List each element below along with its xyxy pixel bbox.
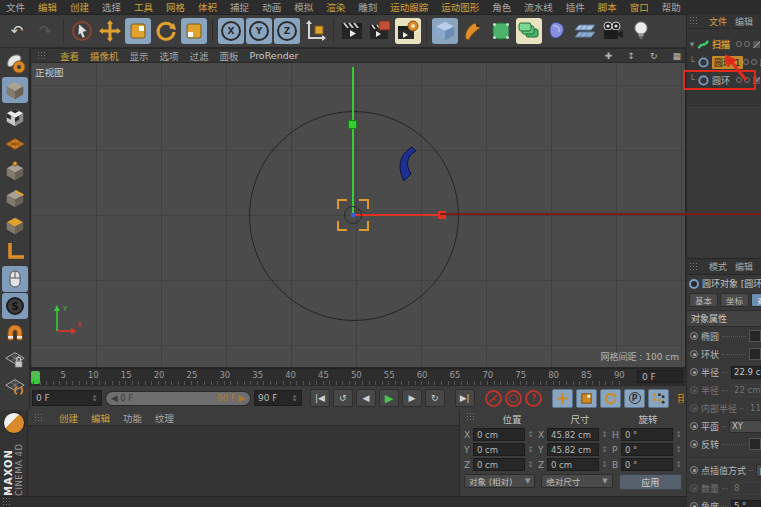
menu-sculpt[interactable]: 雕刻 [358, 0, 377, 14]
animation-dot-icon[interactable] [690, 350, 698, 358]
menu-help[interactable]: 帮助 [662, 0, 681, 14]
previous-key-button[interactable]: ↺ [333, 389, 353, 407]
panel-drag-handle[interactable] [466, 412, 474, 422]
tab-basic[interactable]: 基本 [689, 293, 718, 307]
animation-dot-icon[interactable] [690, 368, 698, 376]
menu-edit[interactable]: 编辑 [38, 0, 57, 14]
timeline-ruler[interactable]: 0 5 10 15 20 25 30 35 40 45 50 55 60 65 … [30, 368, 686, 385]
expand-icon[interactable]: ▾ [687, 39, 697, 49]
autokey-button[interactable] [505, 390, 522, 407]
panel-drag-handle[interactable] [2, 497, 10, 507]
spline-pen-button[interactable] [460, 18, 486, 44]
filmstrip-icon[interactable] [678, 389, 684, 408]
enable-axis-button[interactable] [2, 239, 28, 265]
menu-plugins[interactable]: 插件 [566, 0, 585, 14]
light-button[interactable] [628, 18, 654, 44]
position-y-field[interactable]: 0 cm [473, 443, 525, 456]
spinner-icon[interactable]: ↕ [527, 430, 534, 439]
record-active-object-button[interactable] [485, 390, 502, 407]
animation-dot-icon[interactable] [690, 332, 698, 340]
record-pla-toggle[interactable] [648, 389, 669, 408]
goto-start-button[interactable]: |◀ [310, 389, 330, 407]
panel-drag-handle[interactable] [689, 262, 697, 272]
mat-menu-texture[interactable]: 纹理 [155, 411, 174, 425]
menu-render[interactable]: 渲染 [326, 0, 345, 14]
radius-field[interactable]: 22.9 cm [731, 366, 761, 379]
size-y-field[interactable]: 45.82 cm [547, 443, 599, 456]
interpolation-dropdown[interactable]: 自动 [756, 464, 761, 477]
object-properties-header[interactable]: 对象属性 [687, 310, 761, 327]
lock-y-axis-button[interactable]: Y [246, 18, 272, 44]
tab-object[interactable]: 对象 [751, 293, 761, 307]
am-menu-mode[interactable]: 模式 [709, 260, 727, 273]
apply-button[interactable]: 应用 [619, 474, 682, 490]
vp-menu-view[interactable]: 查看 [60, 49, 79, 63]
editor-visibility-dot[interactable] [736, 41, 742, 47]
edges-mode-button[interactable] [2, 185, 28, 211]
ring-checkbox[interactable] [749, 348, 761, 360]
plane-dropdown[interactable]: XY [729, 420, 761, 433]
mat-menu-edit[interactable]: 编辑 [91, 411, 110, 425]
menu-pipeline[interactable]: 流水线 [524, 0, 553, 14]
mat-menu-function[interactable]: 功能 [123, 411, 142, 425]
next-frame-button[interactable]: ▶ [402, 389, 422, 407]
record-parameter-toggle[interactable]: P [624, 389, 645, 408]
spinner-icon[interactable]: ↕ [601, 445, 608, 454]
live-selection-tool[interactable] [69, 18, 95, 44]
viewport-canvas[interactable]: 正视图 Y X 网格间距 : 100 cm [31, 63, 685, 367]
pan-view-icon[interactable]: ✚ [605, 51, 613, 61]
render-visibility-dot[interactable] [744, 41, 750, 47]
coordinate-mode-dropdown[interactable]: 对象 (相对)▼ [464, 474, 535, 488]
reverse-checkbox[interactable] [749, 438, 761, 450]
vp-menu-display[interactable]: 显示 [130, 49, 149, 63]
frame-range-fill[interactable]: ◀ 0 F 90 F ▶ [106, 392, 250, 405]
record-scale-toggle[interactable] [576, 389, 597, 408]
mat-menu-create[interactable]: 创建 [59, 411, 78, 425]
toggle-views-icon[interactable]: ▦ [672, 51, 681, 61]
render-to-picture-viewer-button[interactable] [367, 18, 393, 44]
spinner-icon[interactable]: ↕ [675, 445, 682, 454]
texture-mode-button[interactable] [2, 131, 28, 157]
render-settings-button[interactable] [395, 18, 421, 44]
animation-dot-icon[interactable] [690, 422, 698, 430]
next-key-button[interactable]: ↻ [425, 389, 445, 407]
am-menu-edit[interactable]: 编辑 [735, 260, 753, 273]
menu-select[interactable]: 选择 [102, 0, 121, 14]
polygons-mode-button[interactable] [2, 212, 28, 238]
scale-tool[interactable] [125, 18, 151, 44]
panel-drag-handle[interactable] [37, 51, 45, 61]
menu-character[interactable]: 角色 [492, 0, 511, 14]
menu-window[interactable]: 窗口 [630, 0, 649, 14]
ellipse-checkbox[interactable] [749, 330, 761, 342]
undo-button[interactable]: ↶ [4, 18, 30, 44]
spinner-icon[interactable]: ↕ [675, 460, 682, 469]
redo-button[interactable]: ↷ [32, 18, 58, 44]
record-rotation-toggle[interactable] [600, 389, 621, 408]
snap-magnet-button[interactable] [2, 320, 28, 346]
size-mode-dropdown[interactable]: 绝对尺寸▼ [541, 474, 612, 488]
paint-tool-button[interactable] [2, 50, 28, 76]
panel-drag-handle[interactable] [34, 413, 42, 423]
menu-simulate[interactable]: 模拟 [294, 0, 313, 14]
model-mode-button[interactable] [2, 104, 28, 130]
viewport-solo-button[interactable] [2, 266, 28, 292]
position-z-field[interactable]: 0 cm [473, 458, 525, 471]
generators-button[interactable] [516, 18, 542, 44]
menu-file[interactable]: 文件 [6, 0, 25, 14]
menu-animate[interactable]: 动画 [262, 0, 281, 14]
vp-menu-camera[interactable]: 摄像机 [90, 49, 119, 63]
snap-settings-button[interactable]: S [2, 293, 28, 319]
subdivision-surface-button[interactable] [488, 18, 514, 44]
spinner-icon[interactable]: ↕ [601, 460, 608, 469]
spinner-icon[interactable]: ↕ [675, 430, 682, 439]
spinner-icon[interactable]: ↕ [527, 445, 534, 454]
lock-z-axis-button[interactable]: Z [274, 18, 300, 44]
coordinate-system-button[interactable] [302, 18, 328, 44]
menu-tools[interactable]: 工具 [134, 0, 153, 14]
keyframe-selection-button[interactable]: ? [525, 390, 542, 407]
play-button[interactable]: ▶ [379, 389, 399, 407]
environment-floor-button[interactable] [572, 18, 598, 44]
spinner-icon[interactable]: ↕ [291, 394, 298, 403]
rotation-b-field[interactable]: 0 ° [621, 458, 673, 471]
position-x-field[interactable]: 0 cm [473, 428, 525, 441]
